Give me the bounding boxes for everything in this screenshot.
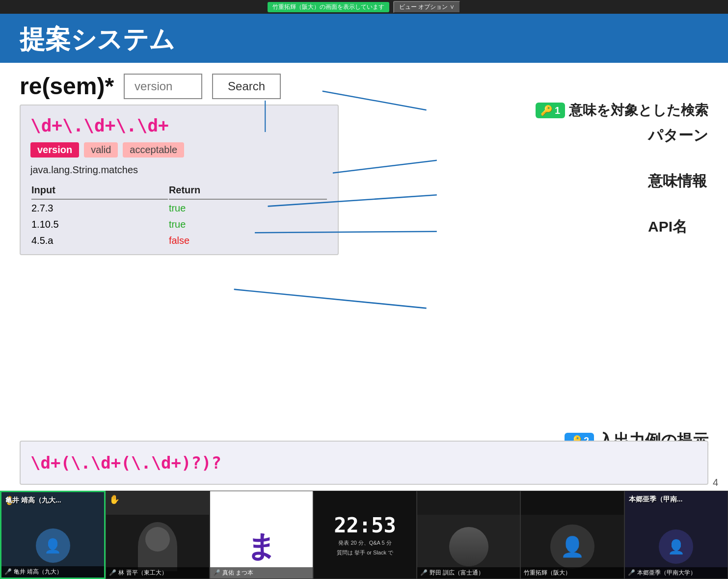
participant-hayashi: ✋ 🎤林 晋平（東工大） [106,491,209,579]
return-value: false [169,233,327,248]
participants-bar: 👤 ✋ 亀井 靖高（九大... 🎤亀井 靖高（九大） ✋ 🎤林 晋平（東工大） … [0,491,728,579]
col-return: Return [169,184,327,200]
bottom-regex: \d+(\.\d+(\.\d+)?)? [30,453,221,473]
slide-header: 提案システム [0,14,728,63]
api-name: java.lang.String.matches [30,164,328,176]
return-value: true [169,201,327,216]
input-value: 2.7.3 [31,201,168,216]
mic-icon-kamei: 🎤 [4,568,12,575]
mic-icon-hongo: 🎤 [628,569,635,576]
timer-display: 22:53 [334,513,396,537]
timer-info-line2: 質問は 挙手 or Slack で [337,549,393,556]
label-pattern: パターン [648,126,708,146]
participant-name-kamei-top: 亀井 靖高（九大... [5,496,61,505]
io-table: Input Return 2.7.3 true 1.10.5 true 4.5.… [30,184,328,249]
bottom-regex-box: \d+(\.\d+(\.\d+)?)? [20,441,708,485]
slide-title: 提案システム [20,23,708,57]
participant-name-takeshige: 竹重拓輝（阪大） [521,567,623,579]
input-value: 1.10.5 [31,217,168,232]
tag-valid: valid [84,142,118,158]
participant-kamei: 👤 ✋ 亀井 靖高（九大... 🎤亀井 靖高（九大） [0,491,106,579]
tag-acceptable: acceptable [123,142,184,158]
participant-takeshige: 👤 竹重拓輝（阪大） [520,491,624,579]
table-row: 4.5.a false [31,233,327,248]
input-value: 4.5.a [31,233,168,248]
table-row: 1.10.5 true [31,217,327,232]
feature1-text: 意味を対象とした検索 [569,101,708,120]
tag-version: version [30,142,79,158]
view-option-button[interactable]: ビュー オプション ∨ [393,1,460,13]
page-number: 4 [713,477,718,488]
resem-logo: re(sem)* [20,73,114,100]
right-labels: パターン 意味情報 API名 [648,126,708,237]
participant-name-ma: 🎤真佑 まつ本 [210,567,313,579]
table-row: 2.7.3 true [31,201,327,216]
label-api: API名 [648,217,708,237]
mic-icon-hayashi: 🎤 [109,569,116,576]
hand-icon: ✋ [109,494,120,505]
version-input[interactable] [124,74,202,99]
presenter-label: 竹重拓輝（阪大）の画面を表示しています [268,2,389,12]
resem-section: re(sem)* Search [20,73,708,100]
tag-row: version valid acceptable [30,142,328,158]
participant-hongo: 👤 本郷亜季（甲南... 🎤本郷亜季（甲南大学） [624,491,728,579]
participant-ma: ま 🎤真佑 まつ本 [210,491,313,579]
svg-line-2 [333,160,437,173]
slide-container: 提案システム re(sem)* Search 🔑 1 意味を対象とした検索 \d… [0,14,728,491]
participant-noda: 🎤野田 訓広（富士通） [417,491,520,579]
participant-name-noda: 🎤野田 訓広（富士通） [417,567,520,579]
mic-icon-noda: 🎤 [420,569,428,576]
participant-name-hongo-top: 本郷亜季（甲南... [629,495,683,504]
key-icon-1: 🔑 [540,105,553,116]
return-value: true [169,217,327,232]
pattern-box: \d+\.\d+\.\d+ version valid acceptable j… [20,105,339,255]
search-button[interactable]: Search [212,74,281,99]
col-input: Input [31,184,168,200]
regex-pattern: \d+\.\d+\.\d+ [30,115,328,135]
participant-name-hayashi: 🎤林 晋平（東工大） [106,567,209,579]
participant-name-hongo: 🎤本郷亜季（甲南大学） [625,567,728,579]
participant-name-kamei: 🎤亀井 靖高（九大） [1,566,104,578]
slide-content: re(sem)* Search 🔑 1 意味を対象とした検索 \d+\.\d+\… [0,63,728,491]
key-badge-1: 🔑 1 [536,103,565,118]
svg-line-5 [234,290,427,308]
label-semantic: 意味情報 [648,171,708,191]
feature1-label: 🔑 1 意味を対象とした検索 [536,101,708,120]
top-bar: 竹重拓輝（阪大）の画面を表示しています ビュー オプション ∨ [0,0,728,14]
mic-icon-ma: 🎤 [213,569,220,576]
timer-info-line1: 発表 20 分、Q&A 5 分 [338,539,391,547]
participant-timer: 22:53 発表 20 分、Q&A 5 分 質問は 挙手 or Slack で [313,491,417,579]
